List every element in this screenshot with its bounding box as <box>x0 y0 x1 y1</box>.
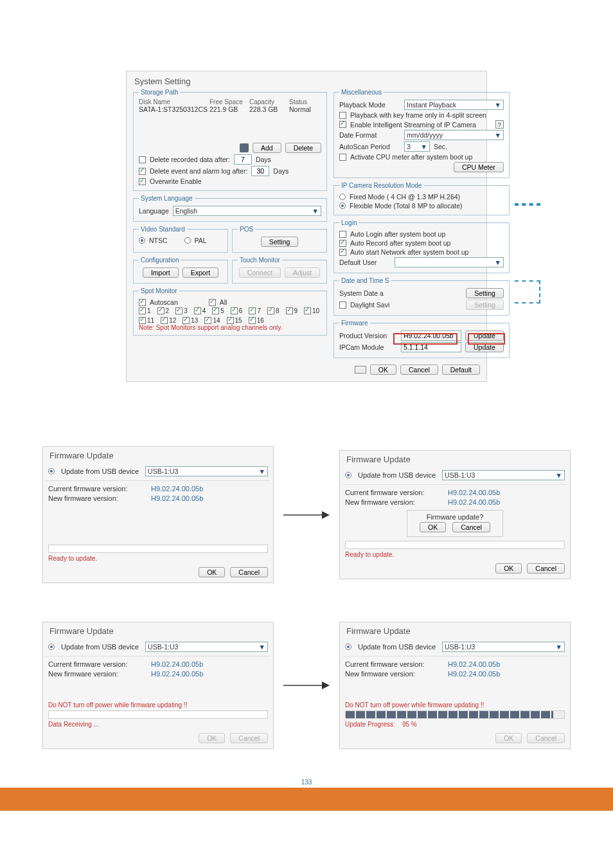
spot-channel-checkbox[interactable] <box>231 307 238 314</box>
keyboard-icon[interactable] <box>355 366 366 374</box>
fw2-cancel-button[interactable]: Cancel <box>527 563 565 574</box>
auto-login-checkbox[interactable] <box>339 231 346 238</box>
progress-fill <box>346 711 553 718</box>
help-icon[interactable]: ? <box>495 120 504 129</box>
keyframe-checkbox[interactable] <box>339 112 346 119</box>
delete-recorded-checkbox[interactable] <box>139 156 146 163</box>
chevron-down-icon: ▼ <box>259 643 265 651</box>
delete-recorded-days-input[interactable] <box>234 154 252 165</box>
fw2-ok-button[interactable]: OK <box>495 563 522 574</box>
spot-channel-14[interactable]: 14 <box>204 317 220 324</box>
spot-channel-checkbox[interactable] <box>194 307 201 314</box>
system-ok-button[interactable]: OK <box>370 365 396 375</box>
delete-event-checkbox[interactable] <box>139 168 146 175</box>
spot-channel-checkbox[interactable] <box>204 317 211 324</box>
spot-channel-id: 11 <box>147 317 154 324</box>
system-cancel-button[interactable]: Cancel <box>400 365 438 375</box>
svg-marker-1 <box>322 511 330 519</box>
usb-device-value: USB-1:U3 <box>148 467 178 475</box>
fw1-cancel-button[interactable]: Cancel <box>230 567 268 577</box>
spot-channel-checkbox[interactable] <box>286 307 293 314</box>
usb-device-select[interactable]: USB-1:U3 ▼ <box>442 470 565 480</box>
auto-network-checkbox[interactable] <box>339 249 346 256</box>
playback-mode-select[interactable]: Instant Playback ▼ <box>404 100 504 110</box>
touch-adjust-button[interactable]: Adjust <box>285 267 320 278</box>
usb-device-select[interactable]: USB-1:U3 ▼ <box>442 642 565 652</box>
col-name: Disk Name <box>139 98 209 105</box>
spot-channel-12[interactable]: 12 <box>161 317 176 324</box>
ntsc-radio[interactable] <box>139 237 145 244</box>
spot-channel-9[interactable]: 9 <box>286 307 298 314</box>
update-usb-radio[interactable] <box>345 472 351 478</box>
import-button[interactable]: Import <box>143 267 179 278</box>
spot-channel-checkbox[interactable] <box>227 317 234 324</box>
spot-channel-4[interactable]: 4 <box>194 307 206 314</box>
spot-channel-5[interactable]: 5 <box>212 307 224 314</box>
ipcam-update-button[interactable]: Update <box>465 342 504 352</box>
touch-connect-button[interactable]: Connect <box>239 267 281 278</box>
cpu-meter-button[interactable]: CPU Meter <box>454 162 504 172</box>
daylight-setting-button[interactable]: Setting <box>466 300 504 310</box>
spot-channel-checkbox[interactable] <box>175 307 182 314</box>
spot-channel-checkbox[interactable] <box>161 317 168 324</box>
spot-channel-checkbox[interactable] <box>304 307 311 314</box>
update-usb-radio[interactable] <box>345 644 351 650</box>
update-usb-radio[interactable] <box>48 644 55 650</box>
spot-channel-10[interactable]: 10 <box>304 307 319 314</box>
fixed-mode-radio[interactable] <box>339 194 346 200</box>
ip-stream-checkbox[interactable] <box>339 121 346 128</box>
auto-record-checkbox[interactable] <box>339 240 346 247</box>
add-disk-button[interactable]: Add <box>253 143 281 153</box>
date-time-group: Date and Time S System Date a Setting Da… <box>333 277 510 316</box>
autoscan-checkbox[interactable] <box>139 299 146 306</box>
confirm-cancel-button[interactable]: Cancel <box>452 522 490 532</box>
spot-channel-16[interactable]: 16 <box>249 317 264 324</box>
current-fw-value: H9.02.24.00.05b <box>151 660 203 668</box>
usb-device-select[interactable]: USB-1:U3 ▼ <box>145 642 268 652</box>
spot-channel-8[interactable]: 8 <box>267 307 280 314</box>
spot-channel-checkbox[interactable] <box>139 307 146 314</box>
update-usb-label: Update from USB device <box>61 467 139 475</box>
all-checkbox[interactable] <box>209 299 216 306</box>
flexible-mode-radio[interactable] <box>339 203 346 209</box>
fw1-ok-button[interactable]: OK <box>199 567 225 577</box>
pos-setting-button[interactable]: Setting <box>261 237 299 247</box>
daylight-checkbox[interactable] <box>339 302 346 309</box>
autoscan-period-select[interactable]: 3 ▼ <box>404 141 430 152</box>
spot-channel-13[interactable]: 13 <box>182 317 198 324</box>
firmware-update-button[interactable]: Update <box>465 330 504 341</box>
disk-free: 221.9 GB <box>209 105 249 113</box>
spot-channel-checkbox[interactable] <box>182 317 190 324</box>
confirm-ok-button[interactable]: OK <box>420 522 446 532</box>
spot-channel-6[interactable]: 6 <box>231 307 243 314</box>
date-format-select[interactable]: mm/dd/yyyy ▼ <box>404 130 504 140</box>
system-default-button[interactable]: Default <box>442 365 480 375</box>
delete-event-days-input[interactable] <box>251 166 269 176</box>
spot-channel-checkbox[interactable] <box>249 307 256 314</box>
update-usb-radio[interactable] <box>48 468 55 475</box>
spot-channel-2[interactable]: 2 <box>157 307 170 314</box>
spot-channel-7[interactable]: 7 <box>249 307 261 314</box>
cpu-meter-checkbox[interactable] <box>339 154 346 161</box>
overwrite-checkbox[interactable] <box>139 178 146 185</box>
spot-channel-checkbox[interactable] <box>212 307 219 314</box>
export-button[interactable]: Export <box>182 267 218 278</box>
flexible-mode-label: Flexible Mode (Total 8 MP to allocate) <box>350 202 462 210</box>
date-setting-button[interactable]: Setting <box>466 288 504 298</box>
spot-channel-15[interactable]: 15 <box>227 317 242 324</box>
spot-channel-checkbox[interactable] <box>157 307 164 314</box>
spot-channel-1[interactable]: 1 <box>139 307 151 314</box>
spot-channel-3[interactable]: 3 <box>175 307 188 314</box>
delete-disk-button[interactable]: Delete <box>285 143 321 153</box>
spot-channel-11[interactable]: 11 <box>139 317 154 324</box>
default-user-select[interactable]: ▼ <box>395 257 504 267</box>
disk-row[interactable]: SATA-1:ST3250312CS 221.9 GB 228.3 GB Nor… <box>139 105 321 113</box>
pal-radio[interactable] <box>184 237 191 244</box>
language-select[interactable]: English ▼ <box>173 206 321 216</box>
spot-channel-checkbox[interactable] <box>267 307 274 314</box>
usb-device-select[interactable]: USB-1:U3 ▼ <box>145 466 268 476</box>
spot-channel-checkbox[interactable] <box>139 317 146 324</box>
spot-channel-checkbox[interactable] <box>249 317 256 324</box>
overwrite-label: Overwrite Enable <box>150 177 202 185</box>
spot-channel-id: 12 <box>169 317 176 324</box>
